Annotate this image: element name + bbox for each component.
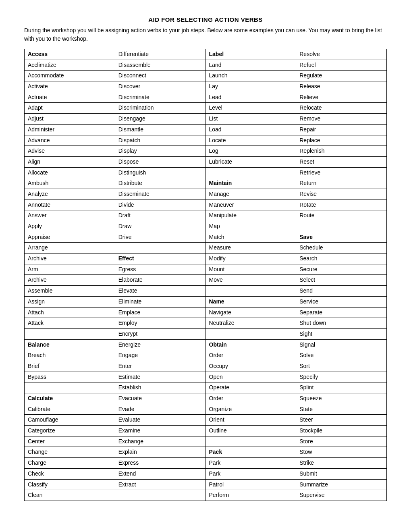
table-cell: Send — [296, 286, 387, 297]
table-cell: Charge — [25, 458, 115, 469]
table-cell: Submit — [296, 468, 387, 479]
table-cell: Center — [25, 436, 115, 447]
table-cell: Distinguish — [115, 167, 206, 178]
table-cell: Clean — [25, 490, 115, 501]
table-cell: Repair — [296, 124, 387, 135]
table-cell: Apply — [25, 221, 115, 232]
table-cell: Drive — [115, 232, 206, 243]
table-cell: Service — [296, 296, 387, 307]
table-cell: Archive — [25, 275, 115, 286]
table-cell — [206, 436, 296, 447]
table-cell — [25, 382, 115, 393]
table-cell: Order — [206, 350, 296, 361]
table-cell: Categorize — [25, 426, 115, 436]
table-cell: Search — [296, 254, 387, 264]
table-cell: Distribute — [115, 178, 206, 189]
table-cell: Signal — [296, 339, 387, 350]
table-cell: Egress — [115, 264, 206, 275]
table-cell: Access — [25, 49, 115, 60]
table-cell: Orient — [206, 415, 296, 426]
table-cell: Occupy — [206, 361, 296, 372]
table-cell: Accommodate — [25, 71, 115, 81]
table-cell: Evaluate — [115, 415, 206, 426]
table-cell: Match — [206, 232, 296, 243]
table-cell: Sight — [296, 328, 387, 339]
table-cell: Log — [206, 146, 296, 157]
table-cell: Draw — [115, 221, 206, 232]
table-cell: Arrange — [25, 243, 115, 254]
table-cell: Mount — [206, 264, 296, 275]
table-cell: Save — [296, 232, 387, 243]
table-cell: Estimate — [115, 372, 206, 382]
table-cell — [25, 328, 115, 339]
table-cell: Balance — [25, 339, 115, 350]
table-cell: Secure — [296, 264, 387, 275]
table-cell: Outline — [206, 426, 296, 436]
table-cell: Change — [25, 447, 115, 458]
table-cell: Neutralize — [206, 318, 296, 329]
table-cell: Lay — [206, 81, 296, 92]
table-cell: Align — [25, 156, 115, 167]
table-cell: Activate — [25, 81, 115, 92]
table-cell: Shut down — [296, 318, 387, 329]
table-cell: Park — [206, 468, 296, 479]
table-cell — [206, 167, 296, 178]
table-cell: Camouflage — [25, 415, 115, 426]
table-cell: Express — [115, 458, 206, 469]
table-cell: Brief — [25, 361, 115, 372]
table-cell: Solve — [296, 350, 387, 361]
table-cell: Advance — [25, 135, 115, 146]
table-cell: Perform — [206, 490, 296, 501]
table-cell: Attack — [25, 318, 115, 329]
table-cell: Store — [296, 436, 387, 447]
table-cell: Ambush — [25, 178, 115, 189]
table-cell: Calculate — [25, 393, 115, 404]
table-cell: Advise — [25, 146, 115, 157]
table-cell: Explain — [115, 447, 206, 458]
table-cell: Locate — [206, 135, 296, 146]
table-cell: Name — [206, 296, 296, 307]
table-cell: Return — [296, 178, 387, 189]
table-cell: Extract — [115, 479, 206, 490]
table-cell: Maintain — [206, 178, 296, 189]
table-cell: Archive — [25, 254, 115, 264]
table-cell: Stockpile — [296, 426, 387, 436]
table-cell: Energize — [115, 339, 206, 350]
page-title: AID FOR SELECTING ACTION VERBS — [24, 16, 387, 23]
table-cell: Discrimination — [115, 103, 206, 114]
table-cell: List — [206, 114, 296, 125]
table-cell: Relieve — [296, 92, 387, 103]
table-cell: Check — [25, 468, 115, 479]
table-cell: Stow — [296, 447, 387, 458]
table-cell: Administer — [25, 124, 115, 135]
table-cell: Examine — [115, 426, 206, 436]
table-cell: Revise — [296, 189, 387, 200]
table-cell — [115, 490, 206, 501]
table-cell: Resolve — [296, 49, 387, 60]
table-cell: Regulate — [296, 71, 387, 81]
table-cell: Acclimatize — [25, 60, 115, 71]
table-cell: Extend — [115, 468, 206, 479]
table-cell: Strike — [296, 458, 387, 469]
table-cell: Land — [206, 60, 296, 71]
table-cell: Park — [206, 458, 296, 469]
table-cell: Exchange — [115, 436, 206, 447]
table-cell: Evade — [115, 404, 206, 415]
table-cell: Load — [206, 124, 296, 135]
table-cell: Release — [296, 81, 387, 92]
table-cell: Dispatch — [115, 135, 206, 146]
table-cell: Analyze — [25, 189, 115, 200]
table-cell: Order — [206, 393, 296, 404]
table-cell: Modify — [206, 254, 296, 264]
table-cell: Calibrate — [25, 404, 115, 415]
table-cell: Level — [206, 103, 296, 114]
table-cell: Splint — [296, 382, 387, 393]
table-cell: Schedule — [296, 243, 387, 254]
word-table: AccessDifferentiateLabelResolveAcclimati… — [24, 49, 387, 501]
table-cell: Dismantle — [115, 124, 206, 135]
table-cell: Map — [206, 221, 296, 232]
table-cell: Discriminate — [115, 92, 206, 103]
table-cell: Breach — [25, 350, 115, 361]
table-cell: Establish — [115, 382, 206, 393]
table-cell — [115, 243, 206, 254]
